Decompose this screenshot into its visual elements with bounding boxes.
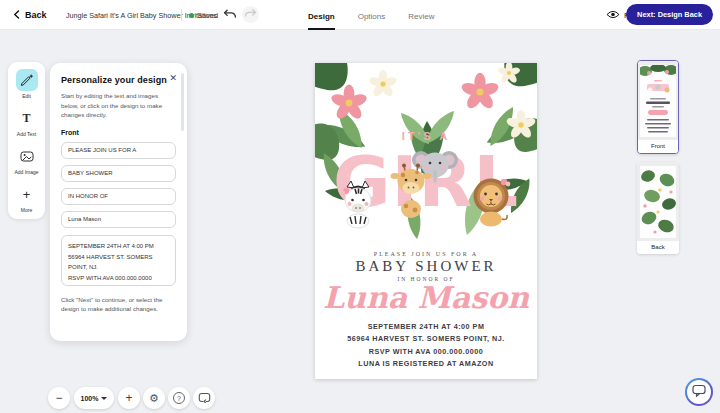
toolbox-add-text-label: Add Text bbox=[17, 131, 36, 137]
invite-baby-name: Luna Mason bbox=[315, 280, 537, 315]
zoom-in-button[interactable]: + bbox=[118, 387, 140, 409]
toolbox-add-text[interactable]: T Add Text bbox=[16, 107, 38, 137]
text-field-name[interactable] bbox=[61, 211, 176, 228]
thumbnail-front-label: Front bbox=[638, 140, 678, 153]
text-field-baby-shower[interactable] bbox=[61, 165, 176, 182]
redo-icon bbox=[245, 6, 257, 24]
thumbnail-back-image bbox=[637, 162, 679, 241]
invite-detail-line: RSVP WITH AVA 000.000.0000 bbox=[315, 346, 537, 358]
text-field-join[interactable] bbox=[61, 142, 176, 159]
toolbox-add-image-label: Add Image bbox=[14, 169, 38, 175]
top-bar: Back Jungle Safari It's A Girl Baby Show… bbox=[0, 0, 720, 30]
zoom-level-value: 100% bbox=[81, 395, 99, 402]
add-image-icon bbox=[16, 145, 38, 167]
plus-icon: + bbox=[125, 392, 132, 404]
invite-baby-shower-line: BABY SHOWER bbox=[315, 258, 537, 275]
fit-to-screen-button[interactable] bbox=[193, 387, 215, 409]
chevron-left-icon bbox=[13, 10, 20, 21]
gear-icon: ⚙ bbox=[149, 393, 159, 404]
thumbnail-back[interactable]: Back bbox=[637, 162, 679, 254]
undo-button[interactable] bbox=[223, 8, 237, 26]
topbar-divider bbox=[181, 9, 182, 21]
zoom-level-dropdown[interactable]: 100% bbox=[74, 387, 114, 409]
edit-pencil-icon bbox=[16, 69, 38, 91]
minus-icon: − bbox=[55, 392, 62, 404]
toolbox-edit-label: Edit bbox=[22, 93, 31, 99]
thumbnail-back-label: Back bbox=[637, 241, 679, 254]
text-field-honor[interactable] bbox=[61, 188, 176, 205]
giraffe-illustration bbox=[387, 163, 435, 223]
zebra-illustration bbox=[335, 179, 381, 233]
help-button[interactable]: ? bbox=[168, 387, 190, 409]
panel-title: Personalize your design bbox=[61, 75, 176, 85]
design-canvas-front[interactable]: IT'S A GIRL bbox=[315, 63, 537, 379]
back-label: Back bbox=[25, 10, 47, 20]
toolbox-more-label: More bbox=[21, 207, 32, 213]
thumbnail-front[interactable]: Front bbox=[637, 60, 679, 154]
support-chat-button[interactable] bbox=[685, 378, 713, 406]
toolbox: Edit T Add Text Add Image + More bbox=[8, 62, 45, 219]
front-section-label: Front bbox=[61, 129, 176, 136]
invite-details-block: SEPTEMBER 24TH AT 4:00 PM 56964 HARVEST … bbox=[315, 321, 537, 371]
undo-icon bbox=[223, 8, 237, 25]
add-text-icon: T bbox=[16, 107, 38, 129]
panel-footer-note: Click "Next" to continue, or select the … bbox=[61, 295, 176, 314]
eye-icon bbox=[606, 10, 620, 21]
tab-options[interactable]: Options bbox=[358, 0, 386, 30]
back-button[interactable]: Back bbox=[13, 0, 47, 30]
close-icon[interactable]: ✕ bbox=[169, 74, 177, 83]
text-area-details[interactable]: SEPTEMBER 24TH AT 4:00 PM 56964 HARVEST … bbox=[61, 235, 176, 286]
chevron-down-icon bbox=[101, 397, 107, 400]
invite-detail-line: 56964 HARVEST ST. SOMERS POINT, NJ. bbox=[315, 333, 537, 345]
personalize-panel: Personalize your design ✕ Start by editi… bbox=[50, 63, 187, 341]
next-design-back-button[interactable]: Next: Design Back bbox=[626, 4, 713, 25]
tab-design[interactable]: Design bbox=[308, 0, 335, 30]
tab-review[interactable]: Review bbox=[408, 0, 434, 30]
thumbnail-front-image bbox=[638, 61, 678, 140]
saved-dot-icon bbox=[189, 13, 194, 18]
settings-button[interactable]: ⚙ bbox=[143, 387, 165, 409]
chat-bubble-icon bbox=[692, 383, 706, 401]
invite-join-line: PLEASE JOIN US FOR A bbox=[315, 251, 537, 257]
toolbox-add-image[interactable]: Add Image bbox=[14, 145, 38, 175]
editor-tabs: Design Options Review bbox=[308, 0, 434, 30]
panel-scrollbar[interactable] bbox=[181, 73, 184, 131]
saved-label: Saved bbox=[197, 11, 218, 20]
panel-description: Start by editing the text and images bel… bbox=[61, 91, 176, 120]
invite-detail-line: SEPTEMBER 24TH AT 4:00 PM bbox=[315, 321, 537, 333]
plus-icon: + bbox=[16, 183, 38, 205]
fit-to-screen-icon bbox=[198, 389, 211, 407]
question-mark-icon: ? bbox=[173, 392, 185, 404]
zoom-out-button[interactable]: − bbox=[48, 387, 70, 409]
lion-illustration bbox=[465, 173, 519, 231]
redo-button[interactable] bbox=[242, 6, 259, 23]
saved-status: Saved bbox=[189, 0, 218, 30]
toolbox-edit[interactable]: Edit bbox=[16, 69, 38, 99]
toolbox-more[interactable]: + More bbox=[16, 183, 38, 213]
invite-detail-line: LUNA IS REGISTERED AT AMAZON bbox=[315, 358, 537, 370]
